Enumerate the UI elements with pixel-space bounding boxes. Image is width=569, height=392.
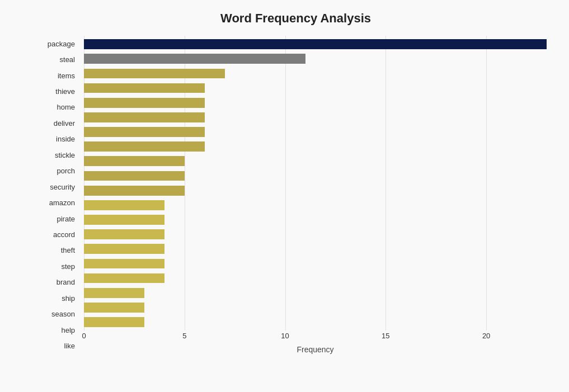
x-label-20: 20 [482, 332, 490, 340]
y-label-thieve: thieve [55, 83, 79, 99]
bar-porch [84, 156, 185, 166]
bar-deliver [84, 112, 205, 122]
bar-security [84, 171, 185, 181]
y-label-theft: theft [61, 243, 79, 258]
bar-stickle [84, 141, 205, 152]
y-label-items: items [58, 68, 79, 83]
bar-row-items [84, 66, 547, 81]
y-label-accord: accord [53, 226, 79, 242]
bar-row-package [84, 37, 547, 51]
bar-ship [84, 273, 164, 284]
y-label-porch: porch [57, 163, 79, 179]
bar-row-accord [84, 212, 547, 227]
bar-row-security [84, 168, 547, 183]
y-label-inside: inside [56, 131, 79, 147]
bar-brand [84, 259, 164, 269]
x-label-5: 5 [182, 332, 186, 340]
y-label-brand: brand [57, 275, 79, 290]
bar-row-deliver [84, 110, 547, 125]
bar-pirate [84, 200, 164, 210]
bar-row-porch [84, 154, 547, 168]
y-label-deliver: deliver [54, 115, 79, 131]
bar-steal [84, 54, 305, 64]
bar-items [84, 69, 225, 79]
chart-title: Word Frequency Analysis [45, 11, 547, 26]
bar-row-steal [84, 51, 547, 66]
x-axis-title: Frequency [84, 345, 547, 354]
bar-row-home [84, 96, 547, 110]
bar-row-pirate [84, 198, 547, 212]
x-label-0: 0 [82, 332, 86, 340]
y-label-amazon: amazon [49, 195, 79, 210]
bar-row-ship [84, 271, 547, 286]
y-label-steal: steal [60, 51, 79, 67]
y-label-season: season [51, 306, 79, 322]
x-label-10: 10 [281, 332, 289, 340]
bar-season [84, 288, 144, 298]
bar-step [84, 244, 164, 254]
bar-like [84, 317, 144, 327]
bar-row-help [84, 300, 547, 315]
bar-inside [84, 127, 205, 137]
bar-theft [84, 229, 164, 239]
bar-package [84, 39, 547, 49]
bar-row-step [84, 242, 547, 256]
bar-amazon [84, 186, 185, 196]
y-label-like: like [64, 338, 79, 353]
y-label-stickle: stickle [55, 147, 79, 163]
y-label-security: security [50, 179, 79, 195]
y-label-ship: ship [62, 290, 79, 306]
bar-thieve [84, 83, 205, 93]
bar-home [84, 98, 205, 108]
y-labels: packagestealitemsthievehomedeliverinside… [45, 36, 84, 354]
bar-row-season [84, 286, 547, 300]
y-label-home: home [57, 100, 79, 115]
bar-row-theft [84, 227, 547, 242]
y-label-package: package [48, 36, 79, 51]
y-label-step: step [61, 258, 79, 274]
bar-row-amazon [84, 183, 547, 198]
bar-help [84, 303, 144, 313]
bar-row-thieve [84, 81, 547, 95]
y-label-pirate: pirate [57, 211, 79, 226]
chart-container: Word Frequency Analysis packagestealitem… [0, 0, 569, 392]
bar-row-inside [84, 125, 547, 139]
bar-accord [84, 215, 164, 225]
x-label-15: 15 [382, 332, 389, 340]
bar-row-stickle [84, 139, 547, 154]
y-label-help: help [61, 322, 79, 338]
bar-row-like [84, 315, 547, 329]
bar-row-brand [84, 256, 547, 271]
